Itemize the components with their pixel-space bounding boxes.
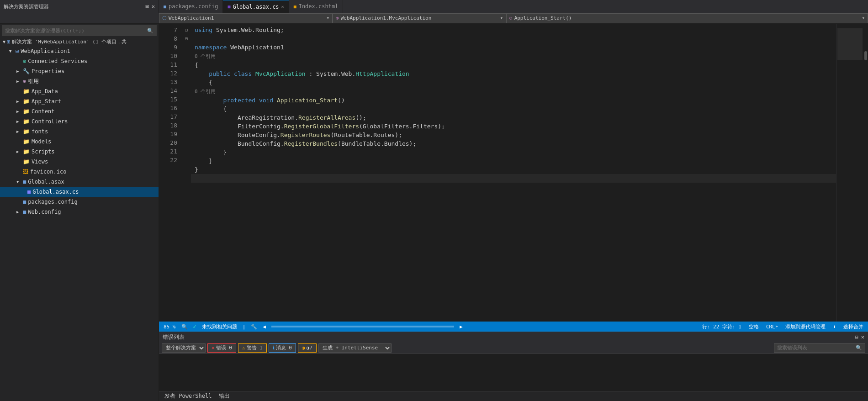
arrow-left[interactable]: ◀ <box>263 324 266 330</box>
project-dropdown[interactable]: ⬡ WebApplication1 ▾ <box>159 13 333 23</box>
no-errors-label: 未找到相关问题 <box>202 323 237 330</box>
minimap <box>836 24 863 322</box>
info-icon: ℹ <box>273 345 275 351</box>
action-icon[interactable]: 🔧 <box>251 324 257 330</box>
solution-label: 解决方案 'MyWebApplication' (1 个项目，共 <box>12 38 127 45</box>
line-numbers: 7 8 9 10 11 12 13 14 15 16 17 18 19 20 2… <box>159 24 182 322</box>
search-error-input[interactable] <box>777 345 854 351</box>
progress-bar <box>271 326 454 327</box>
error-list-close-icon[interactable]: ✕ <box>861 334 864 340</box>
member-dropdown[interactable]: ⊕ Application_Start() ▾ <box>506 13 868 23</box>
code-editor: 7 8 9 10 11 12 13 14 15 16 17 18 19 20 2… <box>159 24 868 322</box>
webconfig-expand-arrow[interactable]: ▶ <box>16 210 23 214</box>
warn-filter-btn[interactable]: ⚠ 警告 1 <box>238 343 267 353</box>
tree-item-properties[interactable]: ▶ 🔧 Properties <box>0 66 159 76</box>
tree-item-favicon[interactable]: 🖼 favicon.ico <box>0 167 159 177</box>
code-line-19: } <box>191 148 836 157</box>
msg-filter-btn[interactable]: ◑ ◑7 <box>298 343 317 353</box>
search-error-icon: 🔍 <box>856 345 862 351</box>
tree-item-fonts[interactable]: ▶ 📁 fonts <box>0 127 159 137</box>
controllers-expand-arrow[interactable]: ▶ <box>16 119 23 124</box>
tree-item-appstart[interactable]: ▶ 📁 App_Start <box>0 96 159 106</box>
controllers-label: Controllers <box>32 118 68 125</box>
search-input[interactable] <box>5 28 147 34</box>
webapp-label: WebApplication1 <box>21 48 70 54</box>
tree-item-appdata[interactable]: 📁 App_Data <box>0 86 159 96</box>
tab-global-close[interactable]: ✕ <box>281 4 284 9</box>
solution-info: ▼ ⊞ 解决方案 'MyWebApplication' (1 个项目，共 <box>0 37 159 46</box>
msg-icon: ◑ <box>302 345 305 351</box>
tree-item-scripts[interactable]: ▶ 📁 Scripts <box>0 147 159 157</box>
globalasax-expand-arrow[interactable]: ▼ <box>16 179 23 184</box>
code-line-13: protected void Application_Start() <box>191 96 836 105</box>
cs-icon-globalasaxcs: ■ <box>27 189 31 195</box>
solution-expand-arrow[interactable]: ▼ <box>3 39 5 44</box>
tree-item-packages[interactable]: ■ packages.config <box>0 197 159 207</box>
info-filter-btn[interactable]: ℹ 消息 0 <box>269 343 296 353</box>
solution-icon: ⊞ <box>7 38 11 45</box>
folder-icon-views: 📁 <box>23 158 30 165</box>
code-line-22 <box>191 174 836 183</box>
connected-icon: ⚙ <box>23 58 26 64</box>
tree-item-controllers[interactable]: ▶ 📁 Controllers <box>0 116 159 127</box>
error-list-section: 错误列表 ⊟ ✕ 整个解决方案 ✕ 错误 0 <box>159 332 868 391</box>
tab-cshtml-icon: ■ <box>294 4 296 9</box>
close-panel-icon[interactable]: ✕ <box>152 3 155 10</box>
fonts-label: fonts <box>32 128 48 135</box>
search-error-bar[interactable]: 🔍 <box>774 343 865 353</box>
tree-item-connected[interactable]: ⚙ Connected Services <box>0 56 159 66</box>
tree-item-globalasaxcs[interactable]: ■ Global.asax.cs <box>0 187 159 197</box>
tree-item-views[interactable]: 📁 Views <box>0 157 159 167</box>
pin-icon[interactable]: ⊟ <box>146 3 149 10</box>
error-list-content <box>159 354 868 391</box>
search-bar[interactable]: 🔍 <box>2 25 157 36</box>
tab-global[interactable]: ■ Global.asax.cs ✕ <box>223 0 289 13</box>
tree-item-webconfig[interactable]: ▶ ■ Web.config <box>0 207 159 217</box>
refs-icon: ⊕ <box>23 78 26 84</box>
tree-item-content[interactable]: ▶ 📁 Content <box>0 106 159 116</box>
output-tab[interactable]: 输出 <box>219 392 230 400</box>
tab-packages[interactable]: ■ packages.config <box>159 0 223 13</box>
appstart-expand-arrow[interactable]: ▶ <box>16 99 23 104</box>
refs-label: 引用 <box>28 78 39 85</box>
scripts-expand-arrow[interactable]: ▶ <box>16 149 23 154</box>
encoding: CRLF <box>766 324 778 330</box>
properties-icon: 🔧 <box>23 68 30 74</box>
fonts-expand-arrow[interactable]: ▶ <box>16 129 23 134</box>
spaces: 空格 <box>749 323 759 330</box>
refs-expand-arrow[interactable]: ▶ <box>16 79 23 84</box>
scope-dropdown[interactable]: 整个解决方案 <box>162 343 206 353</box>
error-icon: ✕ <box>212 345 215 351</box>
tree-item-webapp[interactable]: ▼ ⊞ WebApplication1 <box>0 46 159 56</box>
build-scope-dropdown[interactable]: 生成 + IntelliSense <box>318 343 392 353</box>
tab-global-label: Global.asax.cs <box>233 4 279 10</box>
collapse-arrow-class[interactable]: ⊟ <box>182 26 191 34</box>
code-line-14: { <box>191 105 836 113</box>
code-line-7: using System.Web.Routing; <box>191 26 836 34</box>
tab-packages-label: packages.config <box>169 3 218 10</box>
error-filter-btn[interactable]: ✕ 错误 0 <box>207 343 236 353</box>
collapse-arrow-method[interactable]: ⊟ <box>182 34 191 43</box>
webconfig-label: Web.config <box>28 209 61 215</box>
class-dropdown-label: WebApplication1.MvcApplication <box>341 15 432 21</box>
search-icon: 🔍 <box>147 28 153 34</box>
tab-index[interactable]: ■ Index.cshtml <box>289 0 344 13</box>
add-source-control[interactable]: 添加到源代码管理 <box>785 323 826 330</box>
tree-item-models[interactable]: 📁 Models <box>0 137 159 147</box>
tree-item-globalasax[interactable]: ▼ ■ Global.asax <box>0 177 159 187</box>
arrow-right[interactable]: ▶ <box>460 324 463 330</box>
content-expand-arrow[interactable]: ▶ <box>16 109 23 114</box>
properties-expand-arrow[interactable]: ▶ <box>16 69 23 74</box>
tree-item-refs[interactable]: ▶ ⊕ 引用 <box>0 76 159 86</box>
class-dropdown[interactable]: ⊕ WebApplication1.MvcApplication ▾ <box>333 13 506 23</box>
powershell-tab[interactable]: 发者 PowerShell <box>164 392 212 400</box>
favicon-icon: 🖼 <box>23 169 28 175</box>
folder-icon-appstart: 📁 <box>23 98 30 105</box>
error-list-pin-icon[interactable]: ⊟ <box>855 334 858 340</box>
webapp-expand-arrow[interactable]: ▼ <box>9 49 16 53</box>
content-label: Content <box>32 108 55 115</box>
code-line-15: AreaRegistration.RegisterAllAreas(); <box>191 113 836 122</box>
code-content[interactable]: using System.Web.Routing; namespace WebA… <box>191 24 836 322</box>
error-list-title: 错误列表 <box>163 333 185 341</box>
vertical-scrollbar[interactable] <box>863 24 868 322</box>
